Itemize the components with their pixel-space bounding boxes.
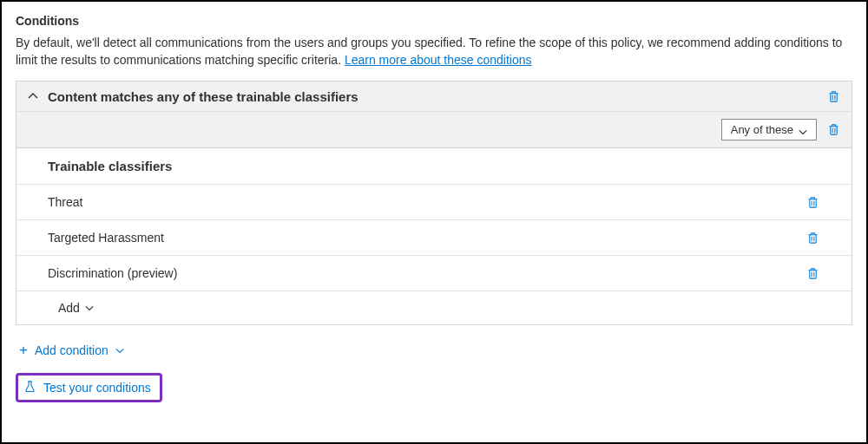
delete-condition-icon[interactable] [825,88,841,104]
classifier-row: Targeted Harassment [16,220,852,256]
add-condition-label: Add condition [35,343,108,357]
match-mode-select[interactable]: Any of these [721,119,817,140]
classifier-row: Discrimination (preview) [16,256,852,291]
classifier-name: Targeted Harassment [48,231,164,245]
panel-body: Trainable classifiers Threat Targeted Ha… [16,148,852,324]
section-title: Conditions [16,14,852,28]
flask-icon [23,380,36,395]
description: By default, we'll detect all communicati… [16,35,852,69]
classifier-name: Discrimination (preview) [48,266,177,280]
chevron-down-icon [85,304,94,312]
delete-group-icon[interactable] [825,122,841,138]
plus-icon: + [19,343,28,357]
panel-title: Content matches any of these trainable c… [48,89,817,104]
footer-actions: + Add condition Test your conditions [16,341,852,402]
panel-header-top[interactable]: Content matches any of these trainable c… [16,82,852,111]
panel-header: Content matches any of these trainable c… [16,82,852,148]
classifier-name: Threat [48,195,82,209]
learn-more-link[interactable]: Learn more about these conditions [345,53,532,67]
chevron-down-icon [115,346,124,355]
panel-subheader: Any of these [16,111,852,147]
delete-classifier-icon[interactable] [805,194,820,210]
delete-classifier-icon[interactable] [805,265,820,281]
test-conditions-button[interactable]: Test your conditions [16,373,162,402]
add-classifier-button[interactable]: Add [16,291,852,324]
condition-panel: Content matches any of these trainable c… [16,81,852,325]
add-classifier-label: Add [58,301,80,315]
match-mode-label: Any of these [731,123,793,136]
add-condition-button[interactable]: + Add condition [16,341,128,359]
chevron-up-icon [27,90,39,102]
classifier-row: Threat [16,185,852,220]
delete-classifier-icon[interactable] [805,230,820,245]
test-conditions-label: Test your conditions [43,381,151,395]
classifiers-heading: Trainable classifiers [16,148,852,185]
chevron-down-icon [799,126,807,134]
